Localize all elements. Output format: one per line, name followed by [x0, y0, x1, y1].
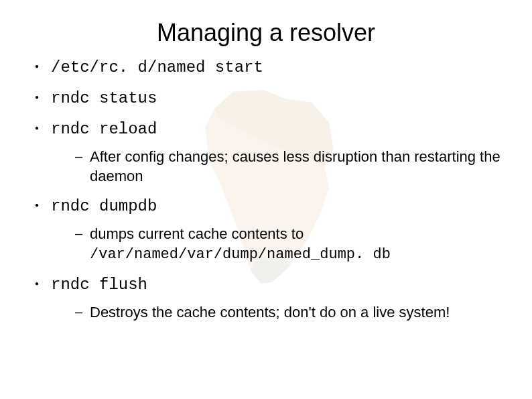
- slide-content: Managing a resolver /etc/rc. d/named sta…: [0, 0, 532, 323]
- command-text: rndc flush: [51, 276, 147, 294]
- sub-text: After config changes; causes less disrup…: [90, 148, 501, 184]
- sub-list: Destroys the cache contents; don't do on…: [51, 303, 511, 323]
- sub-list: After config changes; causes less disrup…: [51, 148, 511, 186]
- bullet-item: rndc reload After config changes; causes…: [38, 118, 511, 186]
- bullet-list: /etc/rc. d/named start rndc status rndc …: [21, 56, 511, 323]
- sub-bullet-item: dumps current cache contents to /var/nam…: [78, 225, 511, 264]
- sub-list: dumps current cache contents to /var/nam…: [51, 225, 511, 264]
- bullet-item: /etc/rc. d/named start: [38, 56, 511, 78]
- command-text: rndc reload: [51, 120, 157, 138]
- bullet-item: rndc dumpdb dumps current cache contents…: [38, 195, 511, 264]
- sub-text: Destroys the cache contents; don't do on…: [90, 304, 450, 321]
- sub-bullet-item: Destroys the cache contents; don't do on…: [78, 303, 511, 323]
- bullet-item: rndc flush Destroys the cache contents; …: [38, 274, 511, 323]
- command-text: /etc/rc. d/named start: [51, 58, 263, 76]
- slide-title: Managing a resolver: [21, 19, 511, 47]
- command-text: rndc dumpdb: [51, 197, 157, 215]
- sub-text-prefix: dumps current cache contents to: [90, 225, 304, 242]
- command-text: rndc status: [51, 89, 157, 107]
- sub-code-path: /var/named/var/dump/named_dump. db: [90, 246, 391, 263]
- bullet-item: rndc status: [38, 87, 511, 109]
- sub-bullet-item: After config changes; causes less disrup…: [78, 148, 511, 186]
